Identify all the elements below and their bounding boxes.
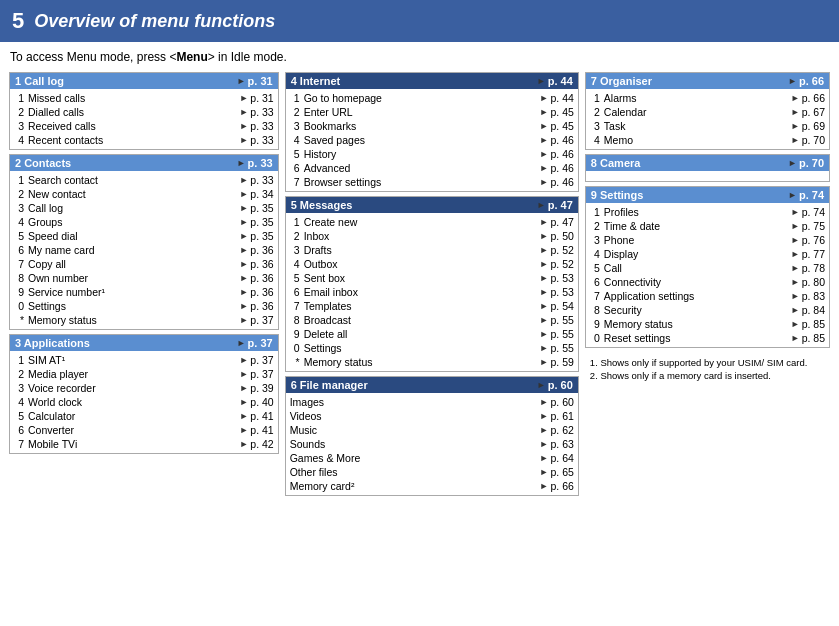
list-item: 5Calculator►p. 41	[14, 409, 274, 423]
section-messages: 5 Messages ►p. 47 1Create new►p. 47 2Inb…	[285, 196, 579, 372]
list-item: 2Dialled calls►p. 33	[14, 105, 274, 119]
list-item: 6My name card►p. 36	[14, 243, 274, 257]
list-item: *Memory status►p. 59	[290, 355, 574, 369]
section-organiser: 7 Organiser ►p. 66 1Alarms►p. 66 2Calend…	[585, 72, 830, 150]
list-item: 1Go to homepage►p. 44	[290, 91, 574, 105]
section-settings: 9 Settings ►p. 74 1Profiles►p. 74 2Time …	[585, 186, 830, 348]
list-item: 4Saved pages►p. 46	[290, 133, 574, 147]
list-item: 2New contact►p. 34	[14, 187, 274, 201]
list-item: 3Task►p. 69	[590, 119, 825, 133]
list-item: 7Mobile TVi►p. 42	[14, 437, 274, 451]
main-layout: 1 Call log ► p. 31 1Missed calls►p. 31 2…	[0, 72, 839, 502]
section-applications-header: 3 Applications ►p. 37	[10, 335, 278, 351]
list-item: 5Sent box►p. 53	[290, 271, 574, 285]
list-item: Games & More►p. 64	[290, 451, 574, 465]
section-file-manager-body: Images►p. 60 Videos►p. 61 Music►p. 62 So…	[286, 393, 578, 495]
section-messages-body: 1Create new►p. 47 2Inbox►p. 50 3Drafts►p…	[286, 213, 578, 371]
section-internet-body: 1Go to homepage►p. 44 2Enter URL►p. 45 3…	[286, 89, 578, 191]
list-item: 9Delete all►p. 55	[290, 327, 574, 341]
intro-text: To access Menu mode, press <Menu> in Idl…	[0, 42, 839, 72]
list-item: 3Received calls►p. 33	[14, 119, 274, 133]
list-item: Memory card²►p. 66	[290, 479, 574, 493]
list-item: 8Security►p. 84	[590, 303, 825, 317]
list-item: 7Browser settings►p. 46	[290, 175, 574, 189]
list-item: 4Display►p. 77	[590, 247, 825, 261]
list-item: 1Search contact►p. 33	[14, 173, 274, 187]
list-item: 2Media player►p. 37	[14, 367, 274, 381]
middle-column: 4 Internet ►p. 44 1Go to homepage►p. 44 …	[282, 72, 582, 496]
section-internet-header: 4 Internet ►p. 44	[286, 73, 578, 89]
list-item: 2Time & date►p. 75	[590, 219, 825, 233]
list-item: 9Memory status►p. 85	[590, 317, 825, 331]
list-item: 2Calendar►p. 67	[590, 105, 825, 119]
section-organiser-header: 7 Organiser ►p. 66	[586, 73, 829, 89]
section-contacts-page: ►p. 33	[237, 157, 273, 169]
list-item: 2Enter URL►p. 45	[290, 105, 574, 119]
list-item: 3Voice recorder►p. 39	[14, 381, 274, 395]
section-internet: 4 Internet ►p. 44 1Go to homepage►p. 44 …	[285, 72, 579, 192]
section-camera-body	[586, 171, 829, 181]
list-item: 0Settings►p. 55	[290, 341, 574, 355]
list-item: 5Call►p. 78	[590, 261, 825, 275]
list-item: 3Drafts►p. 52	[290, 243, 574, 257]
list-item: 6Advanced►p. 46	[290, 161, 574, 175]
list-item: 8Broadcast►p. 55	[290, 313, 574, 327]
list-item: 4Memo►p. 70	[590, 133, 825, 147]
section-call-log-title: 1 Call log	[15, 75, 64, 87]
list-item: 6Converter►p. 41	[14, 423, 274, 437]
list-item: 1Alarms►p. 66	[590, 91, 825, 105]
list-item: 3Bookmarks►p. 45	[290, 119, 574, 133]
list-item: 5Speed dial►p. 35	[14, 229, 274, 243]
list-item: Music►p. 62	[290, 423, 574, 437]
list-item: 0Settings►p. 36	[14, 299, 274, 313]
section-organiser-body: 1Alarms►p. 66 2Calendar►p. 67 3Task►p. 6…	[586, 89, 829, 149]
list-item: *Memory status►p. 37	[14, 313, 274, 327]
page-title: Overview of menu functions	[34, 11, 275, 32]
list-item: 4Groups►p. 35	[14, 215, 274, 229]
list-item: 4Outbox►p. 52	[290, 257, 574, 271]
right-column: 7 Organiser ►p. 66 1Alarms►p. 66 2Calend…	[582, 72, 833, 496]
page-header: 5 Overview of menu functions	[0, 0, 839, 42]
section-settings-header: 9 Settings ►p. 74	[586, 187, 829, 203]
list-item: 2Inbox►p. 50	[290, 229, 574, 243]
list-item: 7Templates►p. 54	[290, 299, 574, 313]
section-contacts-body: 1Search contact►p. 33 2New contact►p. 34…	[10, 171, 278, 329]
section-camera-header: 8 Camera ►p. 70	[586, 155, 829, 171]
list-item: 9Service number¹►p. 36	[14, 285, 274, 299]
list-item: Videos►p. 61	[290, 409, 574, 423]
list-item: 7Copy all►p. 36	[14, 257, 274, 271]
section-camera: 8 Camera ►p. 70	[585, 154, 830, 182]
list-item: 3Phone►p. 76	[590, 233, 825, 247]
footnotes: 1. Shows only if supported by your USIM/…	[585, 352, 830, 387]
section-messages-header: 5 Messages ►p. 47	[286, 197, 578, 213]
left-column: 1 Call log ► p. 31 1Missed calls►p. 31 2…	[6, 72, 282, 496]
list-item: Other files►p. 65	[290, 465, 574, 479]
list-item: 3Call log►p. 35	[14, 201, 274, 215]
section-file-manager: 6 File manager ►p. 60 Images►p. 60 Video…	[285, 376, 579, 496]
list-item: 4World clock►p. 40	[14, 395, 274, 409]
section-call-log-header: 1 Call log ► p. 31	[10, 73, 278, 89]
list-item: 4Recent contacts►p. 33	[14, 133, 274, 147]
section-call-log: 1 Call log ► p. 31 1Missed calls►p. 31 2…	[9, 72, 279, 150]
section-call-log-body: 1Missed calls►p. 31 2Dialled calls►p. 33…	[10, 89, 278, 149]
section-applications-body: 1SIM AT¹►p. 37 2Media player►p. 37 3Voic…	[10, 351, 278, 453]
list-item: 1Profiles►p. 74	[590, 205, 825, 219]
list-item: 8Own number►p. 36	[14, 271, 274, 285]
list-item: Sounds►p. 63	[290, 437, 574, 451]
list-item: 1SIM AT¹►p. 37	[14, 353, 274, 367]
section-contacts: 2 Contacts ►p. 33 1Search contact►p. 33 …	[9, 154, 279, 330]
footnote-2: 2. Shows only if a memory card is insert…	[590, 369, 825, 382]
list-item: 1Create new►p. 47	[290, 215, 574, 229]
list-item: 0Reset settings►p. 85	[590, 331, 825, 345]
list-item: 5History►p. 46	[290, 147, 574, 161]
list-item: 6Connectivity►p. 80	[590, 275, 825, 289]
section-file-manager-header: 6 File manager ►p. 60	[286, 377, 578, 393]
list-item: Images►p. 60	[290, 395, 574, 409]
list-item: 7Application settings►p. 83	[590, 289, 825, 303]
section-contacts-header: 2 Contacts ►p. 33	[10, 155, 278, 171]
list-item: 6Email inbox►p. 53	[290, 285, 574, 299]
section-contacts-title: 2 Contacts	[15, 157, 71, 169]
list-item: 1Missed calls►p. 31	[14, 91, 274, 105]
section-applications: 3 Applications ►p. 37 1SIM AT¹►p. 37 2Me…	[9, 334, 279, 454]
section-call-log-page: ► p. 31	[237, 75, 273, 87]
